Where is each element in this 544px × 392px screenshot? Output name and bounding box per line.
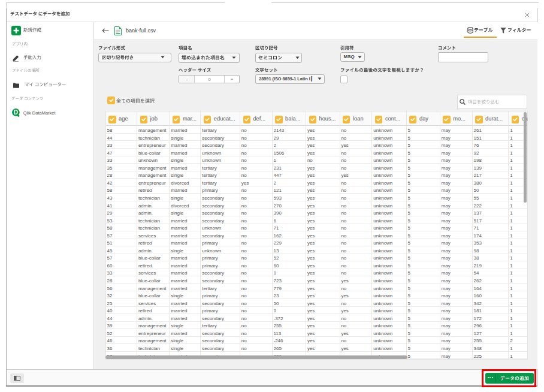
- svg-text:D: D: [14, 109, 18, 116]
